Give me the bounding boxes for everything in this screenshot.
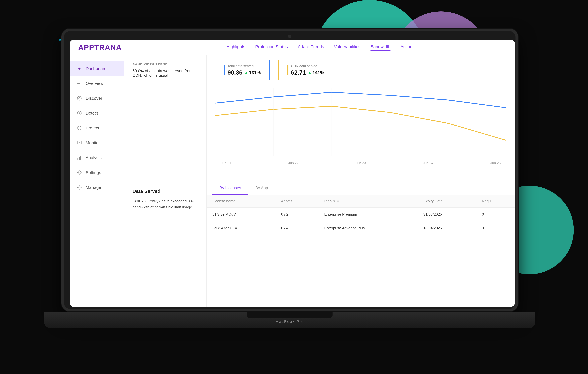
svg-rect-10 <box>77 158 78 160</box>
sidebar-label-analysis: Analysis <box>86 155 102 160</box>
stat-bar-yellow <box>287 65 288 75</box>
section-title: BANDWIDTH TREND <box>132 63 198 66</box>
sidebar-item-analysis[interactable]: Analysis <box>70 150 124 165</box>
svg-point-14 <box>79 187 80 188</box>
laptop-frame: APPTRANA Highlights Protection Status At… <box>61 29 527 329</box>
logo: APPTRANA <box>78 43 122 52</box>
sidebar-item-protect[interactable]: Protect <box>70 121 124 135</box>
filter-icon[interactable]: ▼ ▽ <box>333 199 339 203</box>
stat-info-cdn: CDN data served 62.71 ▲ 141% <box>291 64 324 76</box>
sidebar-item-settings[interactable]: Settings <box>70 165 124 180</box>
sidebar-item-overview[interactable]: Overview <box>70 76 124 91</box>
right-panel: By Licenses By App License name Asse <box>207 181 515 307</box>
analysis-icon <box>76 155 82 161</box>
nav-tab-highlights[interactable]: Highlights <box>227 44 245 51</box>
stat-value-cdn: 62.71 ▲ 141% <box>291 69 324 76</box>
col-assets: Assets <box>275 195 319 208</box>
sidebar-item-dashboard[interactable]: ⊞ Dashboard <box>70 61 124 76</box>
tab-by-licenses[interactable]: By Licenses <box>212 181 248 195</box>
stat-label-total: Total data served <box>228 64 261 68</box>
nav-tabs: Highlights Protection Status Attack Tren… <box>132 44 506 51</box>
stat-change-total: ▲ 131% <box>244 70 261 75</box>
laptop-notch <box>247 312 333 318</box>
laptop-label: MacBook Pro <box>275 319 304 324</box>
sidebar-item-manage[interactable]: Manage <box>70 180 124 195</box>
x-label-3: Jun 24 <box>423 161 433 165</box>
stat-total: Total data served 90.36 ▲ 131% <box>215 60 270 80</box>
sidebar-label-overview: Overview <box>86 81 104 86</box>
sidebar-item-discover[interactable]: Discover <box>70 91 124 106</box>
svg-point-13 <box>79 172 80 173</box>
table-row: 51i3f3eiMQuV 0 / 2 Enterprise Premium 31… <box>207 208 515 221</box>
top-nav: APPTRANA Highlights Protection Status At… <box>70 40 515 55</box>
cell-expiry-1: 31/03/2025 <box>418 208 476 221</box>
cell-requ-2: 0 <box>476 221 515 235</box>
table-header: License name Assets Plan ▼ ▽ Expiry Date <box>207 195 515 208</box>
stat-value-total: 90.36 ▲ 131% <box>228 69 261 76</box>
cell-license-2: 3cBS47apj6E4 <box>207 221 275 235</box>
col-plan: Plan ▼ ▽ <box>319 195 418 208</box>
chart-x-labels: Jun 21 Jun 22 Jun 23 Jun 24 Jun 25 <box>215 161 506 165</box>
table-container: License name Assets Plan ▼ ▽ Expiry Date <box>207 195 515 307</box>
x-label-1: Jun 22 <box>288 161 299 165</box>
stats-row: Total data served 90.36 ▲ 131% <box>207 55 515 85</box>
discover-icon <box>76 95 82 101</box>
app-screen: APPTRANA Highlights Protection Status At… <box>70 40 515 307</box>
svg-point-7 <box>79 98 80 99</box>
bandwidth-trend-left: BANDWIDTH TREND 69.0% of all data was se… <box>124 55 207 181</box>
col-license-name: License name <box>207 195 275 208</box>
logo-area: APPTRANA <box>78 43 132 52</box>
nav-tab-action[interactable]: Action <box>400 44 412 51</box>
tab-bar: By Licenses By App <box>207 181 515 195</box>
sidebar-label-settings: Settings <box>86 170 101 175</box>
svg-rect-12 <box>80 156 81 160</box>
arrow-up-total: ▲ <box>244 70 248 75</box>
stat-change-cdn: ▲ 141% <box>308 70 324 75</box>
cell-requ-1: 0 <box>476 208 515 221</box>
col-requ: Requ <box>476 195 515 208</box>
laptop-base: MacBook Pro <box>44 312 535 328</box>
manage-icon <box>76 185 82 190</box>
dashboard-icon: ⊞ <box>76 66 82 71</box>
cell-expiry-2: 18/04/2025 <box>418 221 476 235</box>
x-label-2: Jun 23 <box>356 161 366 165</box>
data-table: License name Assets Plan ▼ ▽ Expiry Date <box>207 195 515 235</box>
stat-bar-blue <box>224 65 225 75</box>
table-body: 51i3f3eiMQuV 0 / 2 Enterprise Premium 31… <box>207 208 515 235</box>
sidebar-item-detect[interactable]: Detect <box>70 106 124 121</box>
nav-tab-protection-status[interactable]: Protection Status <box>255 44 288 51</box>
left-panel: Data Served 5XdE78OY3Wy2 have exceeded 8… <box>124 181 207 307</box>
sidebar-item-monitor[interactable]: Monitor <box>70 135 124 150</box>
nav-tab-bandwidth[interactable]: Bandwidth <box>370 44 390 51</box>
screen-bezel: APPTRANA Highlights Protection Status At… <box>61 29 518 311</box>
tab-by-app[interactable]: By App <box>248 181 275 195</box>
cell-plan-2: Enterprise Advance Plus <box>319 221 418 235</box>
stat-cdn: CDN data served 62.71 ▲ 141% <box>278 60 333 80</box>
table-row: 3cBS47apj6E4 0 / 4 Enterprise Advance Pl… <box>207 221 515 235</box>
col-expiry: Expiry Date <box>418 195 476 208</box>
sidebar-label-protect: Protect <box>86 126 99 131</box>
chart-container: Jun 21 Jun 22 Jun 23 Jun 24 Jun 25 <box>207 85 515 181</box>
app-container: APPTRANA Highlights Protection Status At… <box>70 40 515 307</box>
cell-plan-1: Enterprise Premium <box>319 208 418 221</box>
sidebar-label-manage: Manage <box>86 185 101 190</box>
arrow-up-cdn: ▲ <box>308 70 312 75</box>
svg-rect-4 <box>77 83 80 84</box>
nav-tab-vulnerabilities[interactable]: Vulnerabilities <box>334 44 360 51</box>
svg-point-6 <box>77 96 81 100</box>
protect-icon <box>76 125 82 131</box>
data-served-title: Data Served <box>132 188 198 194</box>
sidebar-label-monitor: Monitor <box>86 140 100 145</box>
content-area: BANDWIDTH TREND 69.0% of all data was se… <box>124 55 515 307</box>
sidebar: ⊞ Dashboard Overview <box>70 55 124 307</box>
detect-icon <box>76 110 82 116</box>
nav-tab-attack-trends[interactable]: Attack Trends <box>298 44 324 51</box>
overview-icon <box>76 81 82 86</box>
stat-info-total: Total data served 90.36 ▲ 131% <box>228 64 261 76</box>
svg-rect-3 <box>77 82 81 82</box>
sidebar-label-discover: Discover <box>86 96 102 101</box>
x-label-0: Jun 21 <box>221 161 231 165</box>
warning-text: 5XdE78OY3Wy2 have exceeded 80% bandwidth… <box>132 198 198 210</box>
bandwidth-trend-right: Total data served 90.36 ▲ 131% <box>207 55 515 181</box>
stat-label-cdn: CDN data served <box>291 64 324 68</box>
